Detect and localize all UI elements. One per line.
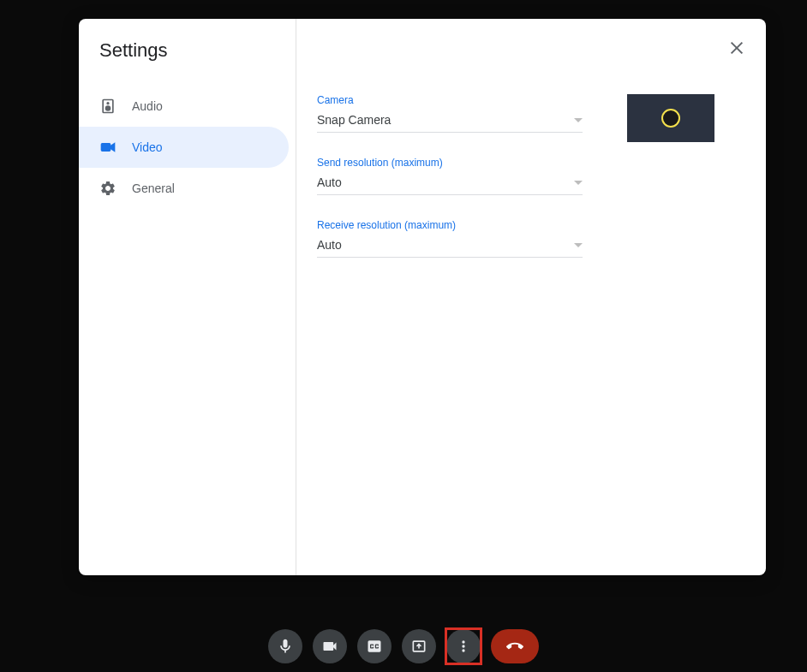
- svg-point-5: [462, 640, 464, 643]
- dropdown-caret-icon: [574, 181, 583, 185]
- hangup-button[interactable]: [491, 629, 539, 663]
- settings-content: Camera Snap Camera Send resolution (maxi…: [296, 19, 766, 575]
- camera-value: Snap Camera: [317, 113, 391, 127]
- svg-point-6: [462, 645, 464, 647]
- svg-rect-3: [102, 144, 111, 151]
- nav-item-video[interactable]: Video: [79, 127, 289, 168]
- settings-sidebar: Settings Audio Video General: [79, 19, 296, 575]
- svg-point-7: [462, 649, 464, 651]
- mic-button[interactable]: [268, 629, 302, 663]
- receive-resolution-field-group: Receive resolution (maximum) Auto: [317, 219, 583, 258]
- send-resolution-value: Auto: [317, 175, 342, 189]
- dropdown-caret-icon: [574, 118, 583, 122]
- settings-modal: Settings Audio Video General Camera S: [79, 19, 766, 575]
- close-button[interactable]: [725, 36, 749, 60]
- svg-point-2: [107, 103, 109, 104]
- nav-label: Video: [132, 140, 163, 154]
- meeting-toolbar: [268, 629, 539, 663]
- nav-label: Audio: [132, 99, 163, 113]
- send-resolution-select[interactable]: Auto: [317, 175, 583, 195]
- send-resolution-label: Send resolution (maximum): [317, 157, 583, 169]
- camera-button[interactable]: [313, 629, 347, 663]
- video-icon: [99, 139, 117, 156]
- gear-icon: [99, 180, 117, 197]
- nav-item-audio[interactable]: Audio: [79, 86, 289, 127]
- speaker-icon: [99, 98, 117, 115]
- captions-button[interactable]: [357, 629, 392, 663]
- present-button[interactable]: [402, 629, 436, 663]
- receive-resolution-select[interactable]: Auto: [317, 238, 583, 258]
- dropdown-caret-icon: [574, 243, 583, 247]
- preview-avatar: [661, 109, 680, 128]
- nav-item-general[interactable]: General: [79, 168, 289, 209]
- svg-point-1: [106, 106, 111, 110]
- video-fields: Camera Snap Camera Send resolution (maxi…: [317, 94, 583, 555]
- receive-resolution-label: Receive resolution (maximum): [317, 219, 583, 231]
- send-resolution-field-group: Send resolution (maximum) Auto: [317, 157, 583, 195]
- camera-select[interactable]: Snap Camera: [317, 113, 583, 133]
- camera-label: Camera: [317, 94, 583, 106]
- receive-resolution-value: Auto: [317, 238, 342, 252]
- settings-title: Settings: [79, 39, 296, 86]
- nav-label: General: [132, 181, 175, 195]
- camera-preview: [627, 94, 714, 142]
- camera-field-group: Camera Snap Camera: [317, 94, 583, 133]
- more-options-button[interactable]: [446, 629, 481, 663]
